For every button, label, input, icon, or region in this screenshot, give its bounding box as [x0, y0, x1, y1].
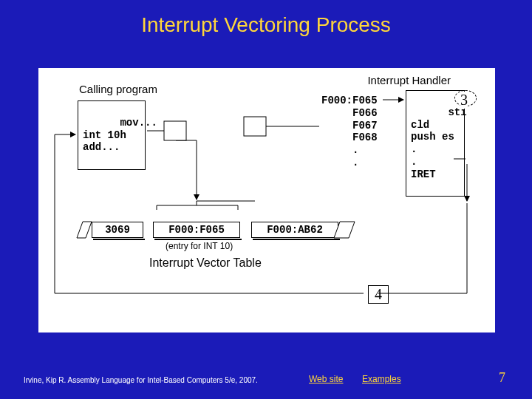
footer-link-examples[interactable]: Examples [362, 374, 401, 384]
ivt-cell-mid: F000:F065 [153, 222, 240, 238]
slide-title: Interrupt Vectoring Process [0, 13, 532, 37]
ivt-cell-left: 3069 [92, 222, 143, 238]
step-4: 4 [368, 285, 389, 304]
page-number: 7 [499, 370, 505, 386]
step-1: 1 [171, 124, 179, 141]
calling-program-label: Calling program [79, 83, 157, 95]
ivt-label: Interrupt Vector Table [149, 256, 262, 270]
diagram-area: Calling program Interrupt Handler mov...… [38, 68, 495, 332]
calling-code: mov... int 10h add... [83, 117, 157, 154]
ivt-entry-note: (entry for INT 10) [166, 241, 233, 251]
handler-code-box: sti cld push es . . IRET [406, 90, 465, 197]
handler-code: sti cld push es . . IRET [411, 106, 467, 180]
calling-code-box: mov... int 10h add... [78, 100, 146, 170]
interrupt-handler-label: Interrupt Handler [367, 74, 451, 86]
svg-marker-14 [77, 222, 92, 238]
step-3: 3 [460, 92, 468, 109]
slide: Interrupt Vectoring Process Calling prog… [0, 0, 532, 399]
step-2: 2 [255, 121, 262, 138]
footer-link-website[interactable]: Web site [309, 374, 343, 384]
handler-addr-block: F000:F065 F066 F067 F068 . . [321, 95, 378, 169]
ivt-cell-right: F000:AB62 [251, 222, 338, 238]
footer-credit: Irvine, Kip R. Assembly Language for Int… [24, 376, 258, 384]
